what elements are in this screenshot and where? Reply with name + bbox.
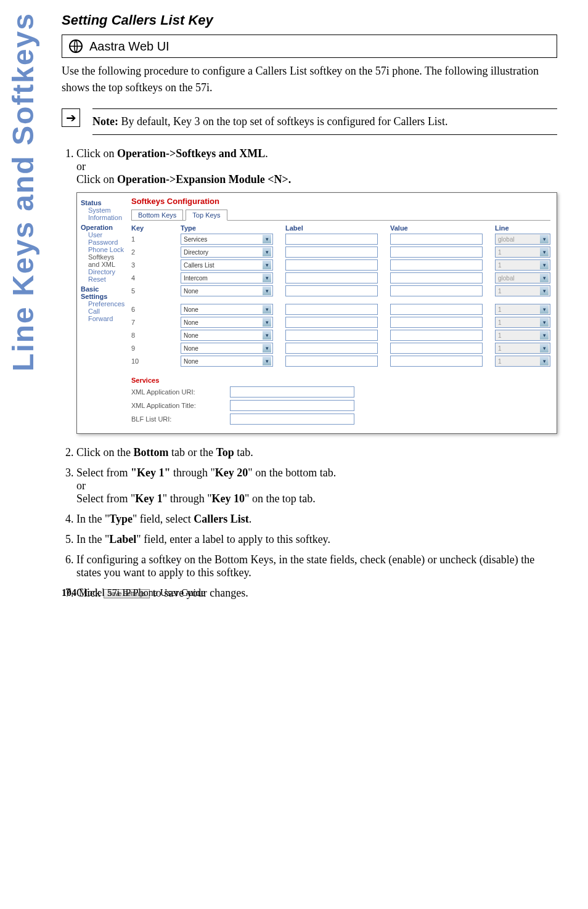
text: Select from (76, 467, 131, 479)
type-select[interactable]: None▾ (181, 343, 273, 354)
line-select[interactable]: global▾ (495, 234, 550, 245)
page-number: 104 (62, 587, 76, 598)
label-input[interactable] (285, 234, 378, 245)
text: Callers List (194, 513, 249, 525)
value-input[interactable] (390, 272, 483, 283)
chevron-down-icon: ▾ (263, 261, 271, 269)
chevron-down-icon: ▾ (263, 287, 271, 295)
value-input[interactable] (390, 317, 483, 328)
nav-softxml[interactable]: Softkeys and XML (81, 253, 125, 268)
xmlapp-input[interactable] (230, 386, 354, 397)
text: " field, enter a label to apply to this … (136, 533, 330, 545)
nav-callfwd[interactable]: Call Forward (81, 308, 125, 322)
nav-sysinfo[interactable]: System Information (81, 206, 125, 221)
text: Key 20 (215, 467, 248, 479)
footer-text: Model 57i IP Phone User Guide (76, 587, 205, 598)
type-select[interactable]: None▾ (181, 304, 273, 315)
value-input[interactable] (390, 304, 483, 315)
blf-label: BLF List URI: (131, 415, 230, 423)
type-select[interactable]: None▾ (181, 317, 273, 328)
key-num: 3 (131, 261, 168, 269)
value-input[interactable] (390, 247, 483, 258)
text: Click on (76, 147, 117, 160)
step-2: Click on the Bottom tab or the Top tab. (76, 446, 557, 459)
xmlapp-label: XML Application URI: (131, 388, 230, 396)
line-select[interactable]: 1▾ (495, 356, 550, 367)
text: Operation->Softkeys and XML (117, 147, 265, 160)
step-3: Select from "Key 1" through "Key 20" on … (76, 467, 557, 505)
chevron-down-icon: ▾ (540, 274, 549, 282)
webui-bar: Aastra Web UI (62, 35, 557, 57)
intro-text: Use the following procedure to configure… (62, 57, 557, 96)
value-input[interactable] (390, 356, 483, 367)
value-input[interactable] (390, 285, 483, 296)
nav-userpw[interactable]: User Password (81, 231, 125, 246)
text: Operation->Expansion Module <N>. (117, 173, 291, 185)
col-value: Value (390, 224, 483, 232)
type-select[interactable]: None▾ (181, 356, 273, 367)
text: Click on (76, 173, 117, 185)
type-select[interactable]: Callers List▾ (181, 259, 273, 271)
key-num: 6 (131, 306, 168, 313)
tab-top[interactable]: Top Keys (186, 210, 227, 221)
value-input[interactable] (390, 259, 483, 271)
label-input[interactable] (285, 330, 378, 341)
text: tab. (234, 446, 253, 459)
footer: 104 Model 57i IP Phone User Guide (62, 587, 205, 598)
line-select[interactable]: global▾ (495, 272, 550, 283)
text: " on the top tab. (245, 492, 316, 505)
label-input[interactable] (285, 356, 378, 367)
line-select[interactable]: 1▾ (495, 343, 550, 354)
col-label: Label (285, 224, 378, 232)
tab-bottom[interactable]: Bottom Keys (131, 210, 183, 220)
step-6: If configuring a softkey on the Bottom K… (76, 553, 557, 579)
chevron-down-icon: ▾ (540, 287, 549, 295)
label-input[interactable] (285, 247, 378, 258)
line-select[interactable]: 1▾ (495, 247, 550, 258)
label-input[interactable] (285, 285, 378, 296)
nav-operation: Operation (81, 224, 125, 231)
value-input[interactable] (390, 330, 483, 341)
text: tab or the (169, 446, 216, 459)
type-select[interactable]: Services▾ (181, 234, 273, 245)
text: Top (216, 446, 234, 459)
step-4: In the "Type" field, select Callers List… (76, 513, 557, 526)
line-select[interactable]: 1▾ (495, 330, 550, 341)
nav-phonelock[interactable]: Phone Lock (81, 246, 125, 253)
key-num: 8 (131, 332, 168, 339)
nav-prefs[interactable]: Preferences (81, 300, 125, 308)
line-select[interactable]: 1▾ (495, 304, 550, 315)
line-select[interactable]: 1▾ (495, 259, 550, 271)
label-input[interactable] (285, 343, 378, 354)
label-input[interactable] (285, 272, 378, 283)
key-num: 4 (131, 274, 168, 282)
text: or (76, 160, 86, 173)
nav-reset[interactable]: Reset (81, 275, 125, 283)
text: "Key 1" (131, 467, 170, 479)
label-input[interactable] (285, 317, 378, 328)
text: Click on the (76, 446, 134, 459)
type-select[interactable]: Intercom▾ (181, 272, 273, 283)
type-select[interactable]: Directory▾ (181, 247, 273, 258)
chevron-down-icon: ▾ (540, 261, 549, 269)
nav-directory[interactable]: Directory (81, 268, 125, 275)
text: " through " (163, 492, 212, 505)
line-select[interactable]: 1▾ (495, 317, 550, 328)
text: Type (109, 513, 133, 525)
step-5: In the "Label" field, enter a label to a… (76, 533, 557, 546)
type-select[interactable]: None▾ (181, 330, 273, 341)
line-select[interactable]: 1▾ (495, 285, 550, 296)
value-input[interactable] (390, 343, 483, 354)
xmltitle-input[interactable] (230, 400, 354, 411)
text: Key 10 (212, 492, 245, 505)
text: Label (109, 533, 136, 545)
label-input[interactable] (285, 304, 378, 315)
type-select[interactable]: None▾ (181, 285, 273, 296)
blf-input[interactable] (230, 414, 354, 425)
key-num: 2 (131, 248, 168, 256)
config-title: Softkeys Configuration (131, 197, 550, 206)
note-label: Note: (92, 115, 118, 128)
value-input[interactable] (390, 234, 483, 245)
services-heading: Services (131, 377, 550, 384)
label-input[interactable] (285, 259, 378, 271)
